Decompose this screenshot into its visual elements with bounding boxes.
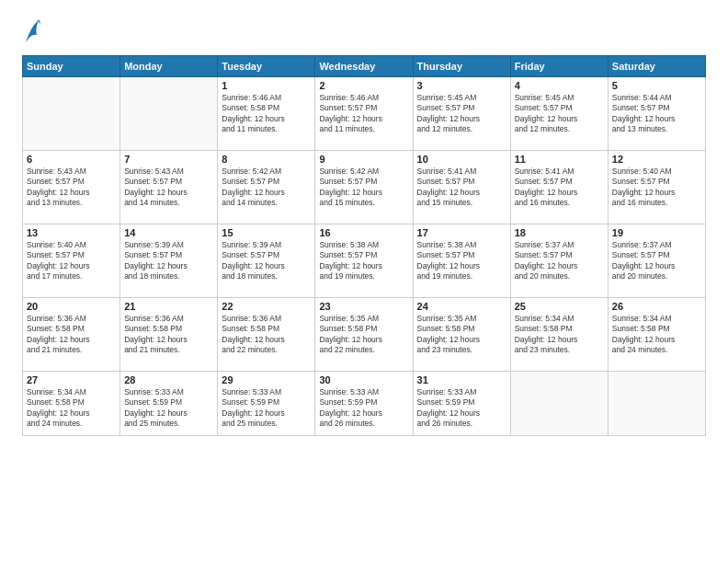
day-number: 4 <box>515 80 604 91</box>
calendar-cell: 7Sunrise: 5:43 AM Sunset: 5:57 PM Daylig… <box>120 151 218 224</box>
cell-content: Sunrise: 5:41 AM Sunset: 5:57 PM Dayligh… <box>417 167 506 209</box>
cell-content: Sunrise: 5:43 AM Sunset: 5:57 PM Dayligh… <box>124 167 213 209</box>
calendar-cell: 6Sunrise: 5:43 AM Sunset: 5:57 PM Daylig… <box>23 151 120 224</box>
day-number: 28 <box>124 374 213 385</box>
calendar-cell: 17Sunrise: 5:38 AM Sunset: 5:57 PM Dayli… <box>413 224 510 298</box>
week-row-2: 6Sunrise: 5:43 AM Sunset: 5:57 PM Daylig… <box>23 151 706 224</box>
day-number: 24 <box>417 301 506 312</box>
day-number: 22 <box>222 301 311 312</box>
day-number: 30 <box>319 374 408 385</box>
calendar-cell: 20Sunrise: 5:36 AM Sunset: 5:58 PM Dayli… <box>23 298 120 372</box>
cell-content: Sunrise: 5:37 AM Sunset: 5:57 PM Dayligh… <box>515 240 604 282</box>
weekday-header-monday: Monday <box>120 56 218 77</box>
cell-content: Sunrise: 5:39 AM Sunset: 5:57 PM Dayligh… <box>124 240 213 282</box>
calendar-cell: 11Sunrise: 5:41 AM Sunset: 5:57 PM Dayli… <box>510 151 608 224</box>
day-number: 16 <box>319 227 408 238</box>
day-number: 11 <box>515 154 604 165</box>
day-number: 31 <box>417 374 506 385</box>
calendar-cell: 23Sunrise: 5:35 AM Sunset: 5:58 PM Dayli… <box>315 298 413 372</box>
logo <box>22 18 40 46</box>
cell-content: Sunrise: 5:38 AM Sunset: 5:57 PM Dayligh… <box>417 240 506 282</box>
cell-content: Sunrise: 5:45 AM Sunset: 5:57 PM Dayligh… <box>515 93 604 135</box>
day-number: 27 <box>27 374 116 385</box>
cell-content: Sunrise: 5:46 AM Sunset: 5:58 PM Dayligh… <box>222 93 311 135</box>
day-number: 10 <box>417 154 506 165</box>
day-number: 17 <box>417 227 506 238</box>
calendar-cell: 21Sunrise: 5:36 AM Sunset: 5:58 PM Dayli… <box>120 298 218 372</box>
calendar-cell: 14Sunrise: 5:39 AM Sunset: 5:57 PM Dayli… <box>120 224 218 298</box>
day-number: 18 <box>515 227 604 238</box>
calendar-cell: 31Sunrise: 5:33 AM Sunset: 5:59 PM Dayli… <box>413 372 510 436</box>
day-number: 23 <box>319 301 408 312</box>
weekday-header-friday: Friday <box>510 56 608 77</box>
cell-content: Sunrise: 5:39 AM Sunset: 5:57 PM Dayligh… <box>222 240 311 282</box>
cell-content: Sunrise: 5:35 AM Sunset: 5:58 PM Dayligh… <box>319 314 408 356</box>
calendar-cell: 3Sunrise: 5:45 AM Sunset: 5:57 PM Daylig… <box>413 77 510 151</box>
cell-content: Sunrise: 5:46 AM Sunset: 5:57 PM Dayligh… <box>319 93 408 135</box>
week-row-4: 20Sunrise: 5:36 AM Sunset: 5:58 PM Dayli… <box>23 298 706 372</box>
calendar-cell: 1Sunrise: 5:46 AM Sunset: 5:58 PM Daylig… <box>218 77 315 151</box>
calendar-cell: 10Sunrise: 5:41 AM Sunset: 5:57 PM Dayli… <box>413 151 510 224</box>
day-number: 8 <box>222 154 311 165</box>
day-number: 6 <box>27 154 116 165</box>
cell-content: Sunrise: 5:36 AM Sunset: 5:58 PM Dayligh… <box>27 314 116 356</box>
cell-content: Sunrise: 5:33 AM Sunset: 5:59 PM Dayligh… <box>222 387 311 430</box>
calendar-cell: 24Sunrise: 5:35 AM Sunset: 5:58 PM Dayli… <box>413 298 510 372</box>
week-row-5: 27Sunrise: 5:34 AM Sunset: 5:58 PM Dayli… <box>23 372 706 436</box>
calendar-cell: 12Sunrise: 5:40 AM Sunset: 5:57 PM Dayli… <box>608 151 705 224</box>
calendar-cell: 4Sunrise: 5:45 AM Sunset: 5:57 PM Daylig… <box>510 77 608 151</box>
calendar-cell: 16Sunrise: 5:38 AM Sunset: 5:57 PM Dayli… <box>315 224 413 298</box>
day-number: 14 <box>124 227 213 238</box>
weekday-header-wednesday: Wednesday <box>315 56 413 77</box>
cell-content: Sunrise: 5:44 AM Sunset: 5:57 PM Dayligh… <box>612 93 701 135</box>
calendar-cell: 5Sunrise: 5:44 AM Sunset: 5:57 PM Daylig… <box>608 77 705 151</box>
week-row-1: 1Sunrise: 5:46 AM Sunset: 5:58 PM Daylig… <box>23 77 706 151</box>
weekday-header-thursday: Thursday <box>413 56 510 77</box>
cell-content: Sunrise: 5:38 AM Sunset: 5:57 PM Dayligh… <box>319 240 408 282</box>
day-number: 21 <box>124 301 213 312</box>
day-number: 29 <box>222 374 311 385</box>
calendar-cell: 8Sunrise: 5:42 AM Sunset: 5:57 PM Daylig… <box>218 151 315 224</box>
calendar-cell <box>608 372 705 436</box>
day-number: 5 <box>612 80 701 91</box>
cell-content: Sunrise: 5:33 AM Sunset: 5:59 PM Dayligh… <box>124 387 213 430</box>
day-number: 9 <box>319 154 408 165</box>
day-number: 7 <box>124 154 213 165</box>
calendar-cell: 28Sunrise: 5:33 AM Sunset: 5:59 PM Dayli… <box>120 372 218 436</box>
cell-content: Sunrise: 5:42 AM Sunset: 5:57 PM Dayligh… <box>222 167 311 209</box>
calendar-cell <box>120 77 218 151</box>
weekday-header-tuesday: Tuesday <box>218 56 315 77</box>
day-number: 26 <box>612 301 701 312</box>
calendar-cell: 19Sunrise: 5:37 AM Sunset: 5:57 PM Dayli… <box>608 224 705 298</box>
week-row-3: 13Sunrise: 5:40 AM Sunset: 5:57 PM Dayli… <box>23 224 706 298</box>
calendar-cell: 25Sunrise: 5:34 AM Sunset: 5:58 PM Dayli… <box>510 298 608 372</box>
calendar-cell: 13Sunrise: 5:40 AM Sunset: 5:57 PM Dayli… <box>23 224 120 298</box>
cell-content: Sunrise: 5:42 AM Sunset: 5:57 PM Dayligh… <box>319 167 408 209</box>
cell-content: Sunrise: 5:43 AM Sunset: 5:57 PM Dayligh… <box>27 167 116 209</box>
day-number: 1 <box>222 80 311 91</box>
weekday-header-sunday: Sunday <box>23 56 120 77</box>
cell-content: Sunrise: 5:36 AM Sunset: 5:58 PM Dayligh… <box>222 314 311 356</box>
header <box>22 18 706 46</box>
day-number: 25 <box>515 301 604 312</box>
cell-content: Sunrise: 5:34 AM Sunset: 5:58 PM Dayligh… <box>27 387 116 430</box>
cell-content: Sunrise: 5:37 AM Sunset: 5:57 PM Dayligh… <box>612 240 701 282</box>
calendar-cell: 9Sunrise: 5:42 AM Sunset: 5:57 PM Daylig… <box>315 151 413 224</box>
cell-content: Sunrise: 5:34 AM Sunset: 5:58 PM Dayligh… <box>612 314 701 356</box>
calendar-cell: 2Sunrise: 5:46 AM Sunset: 5:57 PM Daylig… <box>315 77 413 151</box>
cell-content: Sunrise: 5:33 AM Sunset: 5:59 PM Dayligh… <box>319 387 408 430</box>
day-number: 20 <box>27 301 116 312</box>
day-number: 12 <box>612 154 701 165</box>
calendar-cell: 27Sunrise: 5:34 AM Sunset: 5:58 PM Dayli… <box>23 372 120 436</box>
day-number: 15 <box>222 227 311 238</box>
cell-content: Sunrise: 5:36 AM Sunset: 5:58 PM Dayligh… <box>124 314 213 356</box>
cell-content: Sunrise: 5:35 AM Sunset: 5:58 PM Dayligh… <box>417 314 506 356</box>
calendar-table: SundayMondayTuesdayWednesdayThursdayFrid… <box>22 55 706 436</box>
cell-content: Sunrise: 5:33 AM Sunset: 5:59 PM Dayligh… <box>417 387 506 430</box>
day-number: 3 <box>417 80 506 91</box>
weekday-header-saturday: Saturday <box>608 56 705 77</box>
calendar-cell: 26Sunrise: 5:34 AM Sunset: 5:58 PM Dayli… <box>608 298 705 372</box>
calendar-cell: 30Sunrise: 5:33 AM Sunset: 5:59 PM Dayli… <box>315 372 413 436</box>
day-number: 13 <box>27 227 116 238</box>
day-number: 2 <box>319 80 408 91</box>
